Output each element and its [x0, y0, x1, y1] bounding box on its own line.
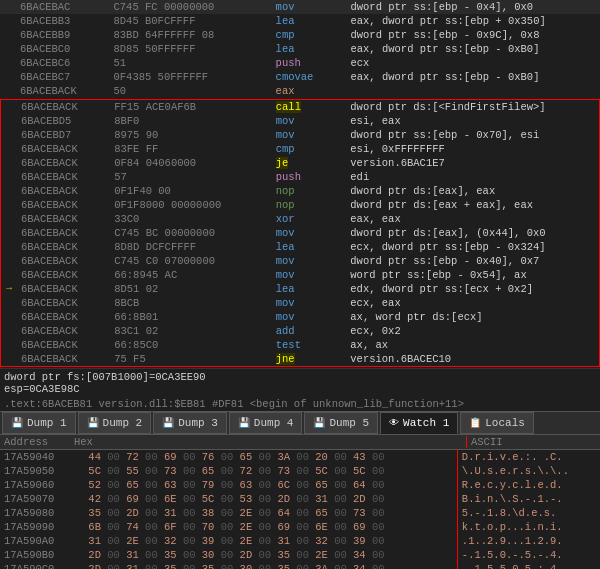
disasm-address: 6BACEBB3 — [16, 14, 110, 28]
disasm-bytes: 8D45 B0FCFFFF — [110, 14, 272, 28]
disasm-bytes: 0F1F8000 00000000 — [110, 198, 272, 212]
table-row[interactable]: 6BACEBACC745 FC 00000000movdword ptr ss:… — [0, 0, 600, 14]
arrow-cell — [1, 156, 17, 170]
table-row[interactable]: 6BACEBACK83C1 02addecx, 0x2 — [1, 324, 599, 338]
tab-label-dump1: Dump 1 — [27, 417, 67, 429]
disasm-address: 6BACEBACK — [17, 268, 110, 282]
dump-row[interactable]: 17A5908035 00 2D 00 31 00 38 00 2E 00 64… — [0, 506, 600, 520]
tab-icon-dump5: 💾 — [313, 417, 325, 429]
table-row[interactable]: 6BACEBACK8D8D DCFCFFFFleaecx, dword ptr … — [1, 240, 599, 254]
table-row[interactable]: 6BACEBACKC745 BC 00000000movdword ptr ds… — [1, 226, 599, 240]
tab-icon-dump2: 💾 — [87, 417, 99, 429]
table-row[interactable]: 6BACEBACK50eax — [0, 84, 600, 98]
tab-watch1[interactable]: 👁Watch 1 — [380, 412, 458, 434]
dump-row[interactable]: 17A590B02D 00 31 00 35 00 30 00 2D 00 35… — [0, 548, 600, 562]
arrow-cell — [1, 198, 17, 212]
dump-hex: 35 00 2D 00 31 00 38 00 2E 00 64 00 65 0… — [86, 506, 457, 520]
dump-header-hex: Hex — [74, 436, 466, 448]
disasm-operand: eax, dword ptr ss:[ebp + 0x350] — [346, 14, 600, 28]
table-row[interactable]: 6BACEBD78975 90movdword ptr ss:[ebp - 0x… — [1, 128, 599, 142]
dump-row[interactable]: 17A5907042 00 69 00 6E 00 5C 00 53 00 2D… — [0, 492, 600, 506]
status-bar: dword ptr fs:[007B1000]=0CA3EE90 esp=0CA… — [0, 368, 600, 397]
table-row[interactable]: →6BACEBACK8D51 02leaedx, dword ptr ss:[e… — [1, 282, 599, 296]
tab-icon-dump3: 💾 — [162, 417, 174, 429]
dump-hex: 31 00 2E 00 32 00 39 00 2E 00 31 00 32 0… — [86, 534, 457, 548]
table-row[interactable]: 6BACEBACK0F84 04060000jeversion.6BAC1E7 — [1, 156, 599, 170]
disasm-address: 6BACEBACK — [17, 184, 110, 198]
disasm-address: 6BACEBC6 — [16, 56, 110, 70]
disasm-mnemonic: push — [272, 56, 347, 70]
table-row[interactable]: 6BACEBACK75 F5jneversion.6BACEC10 — [1, 352, 599, 366]
arrow-cell — [1, 142, 17, 156]
table-row[interactable]: 6BACEBACK0F1F40 00nopdword ptr ds:[eax],… — [1, 184, 599, 198]
disasm-mnemonic: mov — [272, 226, 347, 240]
disasm-mnemonic: mov — [272, 128, 347, 142]
tab-dump5[interactable]: 💾Dump 5 — [304, 412, 378, 434]
table-row[interactable]: 6BACEBACK66:85C0testax, ax — [1, 338, 599, 352]
disasm-bytes: 66:8945 AC — [110, 268, 272, 282]
tab-dump4[interactable]: 💾Dump 4 — [229, 412, 303, 434]
dump-row[interactable]: 17A5906052 00 65 00 63 00 79 00 63 00 6C… — [0, 478, 600, 492]
table-row[interactable]: 6BACEBACK8BCBmovecx, eax — [1, 296, 599, 310]
table-row[interactable]: 6BACEBACK83FE FFcmpesi, 0xFFFFFFFF — [1, 142, 599, 156]
disasm-address: 6BACEBC7 — [16, 70, 110, 84]
table-row[interactable]: 6BACEBACKFF15 ACE0AF6Bcalldword ptr ds:[… — [1, 100, 599, 114]
table-row[interactable]: 6BACEBACKC745 C0 07000000movdword ptr ss… — [1, 254, 599, 268]
dump-hex: 2D 00 31 00 35 00 30 00 2D 00 35 00 2E 0… — [86, 548, 457, 562]
dump-header: Address Hex ASCII — [0, 435, 600, 450]
disasm-mnemonic: add — [272, 324, 347, 338]
dump-row[interactable]: 17A590C02D 00 31 00 35 00 35 00 30 00 35… — [0, 562, 600, 569]
dump-row[interactable]: 17A590505C 00 55 00 73 00 65 00 72 00 73… — [0, 464, 600, 478]
tab-dump1[interactable]: 💾Dump 1 — [2, 412, 76, 434]
disasm-operand: ax, ax — [346, 338, 599, 352]
table-row[interactable]: 6BACEBC08D85 50FFFFFFleaeax, dword ptr s… — [0, 42, 600, 56]
arrow-cell — [1, 296, 17, 310]
disasm-operand: word ptr ss:[ebp - 0x54], ax — [346, 268, 599, 282]
table-row[interactable]: 6BACEBACK33C0xoreax, eax — [1, 212, 599, 226]
disasm-operand: edi — [346, 170, 599, 184]
disasm-address: 6BACEBACK — [17, 240, 110, 254]
dump-hex: 42 00 69 00 6E 00 5C 00 53 00 2D 00 31 0… — [86, 492, 457, 506]
arrow-cell — [0, 42, 16, 56]
disasm-address: 6BACEBACK — [17, 156, 110, 170]
disasm-mnemonic: eax — [272, 84, 347, 98]
tab-dump2[interactable]: 💾Dump 2 — [78, 412, 152, 434]
disasm-address: 6BACEBACK — [17, 296, 110, 310]
disasm-address: 6BACEBAC — [16, 0, 110, 14]
table-row[interactable]: 6BACEBACK57pushedi — [1, 170, 599, 184]
disasm-bytes: 83BD 64FFFFFF 08 — [110, 28, 272, 42]
dump-row[interactable]: 17A590A031 00 2E 00 32 00 39 00 2E 00 31… — [0, 534, 600, 548]
table-row[interactable]: 6BACEBACK66:8B01movax, word ptr ds:[ecx] — [1, 310, 599, 324]
table-row[interactable]: 6BACEBACK0F1F8000 00000000nopdword ptr d… — [1, 198, 599, 212]
dump-row[interactable]: 17A590906B 00 74 00 6F 00 70 00 2E 00 69… — [0, 520, 600, 534]
dump-address: 17A590A0 — [0, 534, 86, 548]
disasm-operand: dword ptr ds:[eax], eax — [346, 184, 599, 198]
table-row[interactable]: 6BACEBC70F4385 50FFFFFFcmovaeeax, dword … — [0, 70, 600, 84]
disasm-mnemonic: push — [272, 170, 347, 184]
dump-address: 17A59050 — [0, 464, 86, 478]
disasm-mnemonic: xor — [272, 212, 347, 226]
tab-label-watch1: Watch 1 — [403, 417, 449, 429]
tab-label-dump3: Dump 3 — [178, 417, 218, 429]
disasm-address: 6BACEBACK — [17, 254, 110, 268]
dump-row[interactable]: 17A5904044 00 72 00 69 00 76 00 65 00 3A… — [0, 450, 600, 464]
disasm-bytes: 57 — [110, 170, 272, 184]
disasm-bytes: 0F84 04060000 — [110, 156, 272, 170]
table-row[interactable]: 6BACEBC651pushecx — [0, 56, 600, 70]
table-row[interactable]: 6BACEBD58BF0movesi, eax — [1, 114, 599, 128]
disasm-operand: dword ptr ss:[ebp - 0x70], esi — [346, 128, 599, 142]
disasm-mnemonic: mov — [272, 310, 347, 324]
dump-ascii: .1..2.9...1.2.9. — [457, 534, 600, 548]
disasm-operand: version.6BACEC10 — [346, 352, 599, 366]
tab-locals[interactable]: 📋Locals — [460, 412, 534, 434]
arrow-cell — [1, 254, 17, 268]
table-row[interactable]: 6BACEBB983BD 64FFFFFF 08cmpdword ptr ss:… — [0, 28, 600, 42]
table-row[interactable]: 6BACEBB38D45 B0FCFFFFleaeax, dword ptr s… — [0, 14, 600, 28]
disasm-operand: ax, word ptr ds:[ecx] — [346, 310, 599, 324]
dump-ascii: D.r.i.v.e.:. .C. — [457, 450, 600, 464]
tab-label-locals: Locals — [485, 417, 525, 429]
disasm-mnemonic: nop — [272, 198, 347, 212]
tab-dump3[interactable]: 💾Dump 3 — [153, 412, 227, 434]
table-row[interactable]: 6BACEBACK66:8945 ACmovword ptr ss:[ebp -… — [1, 268, 599, 282]
disasm-mnemonic: jne — [272, 352, 347, 366]
